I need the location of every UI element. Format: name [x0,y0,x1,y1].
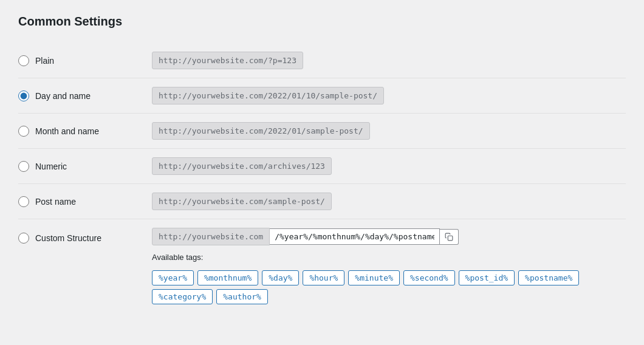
copy-structure-button[interactable] [440,229,459,245]
label-text-custom-structure: Custom Structure [35,233,101,243]
radio-numeric[interactable] [18,161,29,172]
tag-button-author[interactable]: %author% [216,289,268,304]
svg-rect-0 [448,236,453,241]
row-custom-structure: Custom Structurehttp://yourwebsite.comAv… [18,219,626,313]
tags-container: %year%%monthnum%%day%%hour%%minute%%seco… [152,270,626,304]
label-post-name[interactable]: Post name [18,196,152,207]
url-plain: http://yourwebsite.com/?p=123 [152,52,303,69]
page-title: Common Settings [18,15,626,29]
label-plain[interactable]: Plain [18,55,152,66]
row-post-name: Post namehttp://yourwebsite.com/sample-p… [18,184,626,219]
label-text-numeric: Numeric [35,162,67,171]
tag-button-postname[interactable]: %postname% [518,270,579,285]
available-tags-label: Available tags: [152,253,626,262]
tag-button-category[interactable]: %category% [152,289,213,304]
row-plain: Plainhttp://yourwebsite.com/?p=123 [18,43,626,78]
custom-structure-inputs-row: http://yourwebsite.com [152,228,626,245]
radio-plain[interactable] [18,55,29,66]
settings-container: Plainhttp://yourwebsite.com/?p=123Day an… [18,43,626,313]
tag-button-hour[interactable]: %hour% [303,270,344,285]
label-text-month-and-name: Month and name [35,126,99,136]
row-numeric: Numerichttp://yourwebsite.com/archives/1… [18,149,626,184]
label-text-plain: Plain [35,56,54,66]
radio-month-and-name[interactable] [18,126,29,137]
tag-button-second[interactable]: %second% [403,270,455,285]
radio-post-name[interactable] [18,196,29,207]
tag-button-day[interactable]: %day% [262,270,299,285]
label-custom-structure[interactable]: Custom Structure [18,233,152,244]
url-month-and-name: http://yourwebsite.com/2022/01/sample-po… [152,122,370,140]
custom-base-url: http://yourwebsite.com [152,228,270,245]
label-day-and-name[interactable]: Day and name [18,91,152,101]
label-month-and-name[interactable]: Month and name [18,126,152,137]
row-day-and-name: Day and namehttp://yourwebsite.com/2022/… [18,78,626,114]
radio-day-and-name[interactable] [18,91,29,101]
tag-button-minute[interactable]: %minute% [348,270,400,285]
custom-structure-content: http://yourwebsite.comAvailable tags:%ye… [152,228,626,304]
url-numeric: http://yourwebsite.com/archives/123 [152,157,332,175]
label-text-post-name: Post name [35,197,76,207]
url-day-and-name: http://yourwebsite.com/2022/01/10/sample… [152,87,384,104]
tag-button-post_id[interactable]: %post_id% [459,270,515,285]
label-numeric[interactable]: Numeric [18,161,152,172]
tag-button-monthnum[interactable]: %monthnum% [197,270,258,285]
row-month-and-name: Month and namehttp://yourwebsite.com/202… [18,114,626,149]
label-text-day-and-name: Day and name [35,91,91,101]
radio-custom-structure[interactable] [18,233,29,244]
custom-structure-input[interactable] [270,228,440,245]
tag-button-year[interactable]: %year% [152,270,194,285]
url-post-name: http://yourwebsite.com/sample-post/ [152,193,332,210]
